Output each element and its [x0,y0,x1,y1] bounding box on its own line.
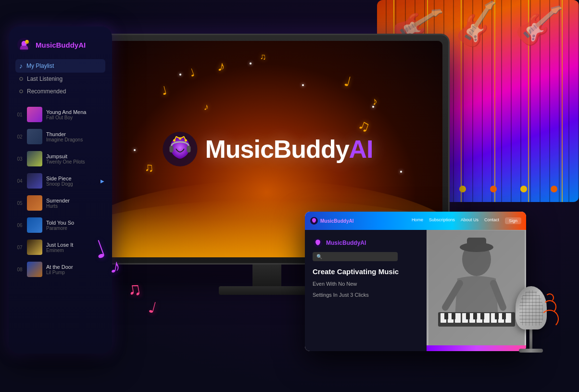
sparkle-2 [302,84,304,86]
list-item[interactable]: 02 Thunder Imagine Dragons [13,126,107,148]
nav-item-playlist[interactable]: ♪ My Playlist [15,59,105,73]
song-title: Thunder [46,131,104,137]
svg-rect-19 [455,313,461,323]
nav-item-last-listening[interactable]: Last Listening [15,73,105,85]
browser-window: MusicBuddyAI Home Subscriptions About Us… [305,212,526,351]
song-artist: Hurts [46,203,104,209]
song-number: 01 [16,112,23,117]
browser-toolbar: MusicBuddyAI Home Subscriptions About Us… [305,212,526,230]
song-info: Jumpsuit Twenty One Pilots [46,153,104,164]
play-icon: ▶ [101,178,104,184]
song-thumbnail [27,107,42,122]
sparkle-1 [179,74,181,76]
browser-logo: MusicBuddyAI [310,216,353,225]
nav-item-recommended[interactable]: Recommended [15,85,105,98]
mic-body [516,286,547,329]
song-thumbnail [27,195,42,211]
svg-rect-29 [466,313,470,319]
song-info: Told You So Paramore [46,220,104,231]
monitor-logo-text: MusicBuddyAI [205,135,373,164]
song-artist: Snoop Dogg [46,181,97,187]
list-item[interactable]: 03 Jumpsuit Twenty One Pilots [13,148,107,170]
monitor-logo-icon [161,130,199,168]
browser-headline: Create Captivating Music [313,267,419,277]
song-artist: Twenty One Pilots [46,159,104,164]
song-info: Thunder Imagine Dragons [46,131,104,142]
svg-rect-32 [495,313,499,319]
svg-rect-31 [480,313,484,319]
browser-logo-text: MusicBuddyAI [320,218,353,224]
svg-rect-23 [484,313,490,323]
song-title: Jumpsuit [46,153,104,159]
song-number: 08 [16,267,23,272]
song-title: Side Piece [46,176,97,181]
song-number: 05 [16,201,23,206]
svg-point-6 [179,138,181,140]
song-thumbnail [27,129,42,144]
browser-sub2: Settings In Just 3 Clicks [313,291,419,299]
browser-mini-logo: MusicBuddyAI [313,238,419,248]
monitor-stand-neck [252,265,281,286]
song-info: Side Piece Snoop Dogg [46,176,97,187]
song-thumbnail [27,151,42,166]
search-icon: 🔍 [316,254,322,259]
svg-rect-8 [169,146,173,152]
browser-nav-home[interactable]: Home [412,217,423,224]
browser-search-bar[interactable]: 🔍 [313,252,398,261]
song-thumbnail [27,240,42,255]
song-thumbnail [27,173,42,189]
sidebar-logo-text: MusicBuddyAI [36,41,86,49]
browser-nav-about[interactable]: About Us [461,217,478,224]
microphone [504,286,557,368]
song-thumbnail [27,262,42,277]
browser-mini-logo-text: MusicBuddyAI [326,240,366,246]
list-item[interactable]: 04 Side Piece Snoop Dogg ▶ [13,170,107,192]
song-number: 04 [16,178,23,184]
svg-rect-30 [473,313,477,319]
mic-base [519,349,543,353]
browser-mini-logo-icon [313,238,323,248]
browser-logo-icon [310,216,318,225]
song-info: At the Door Lil Pump [46,264,104,275]
screen-note-3: ♫ [260,51,267,62]
song-thumbnail [27,217,42,233]
circle-icon [19,77,23,81]
song-number: 02 [16,134,23,139]
browser-sign-button[interactable]: Sign [505,217,521,224]
browser-nav-subscriptions[interactable]: Subscriptions [429,217,455,224]
svg-point-7 [185,139,187,142]
list-item[interactable]: 05 Surrender Hurts [13,192,107,214]
mic-stand [529,329,532,349]
song-artist: Paramore [46,226,104,231]
list-item[interactable]: 08 At the Door Lil Pump [13,258,107,280]
sidebar-logo-icon [16,37,32,52]
wave-arc-3 [541,310,559,328]
svg-point-2 [20,77,23,80]
song-number: 06 [16,223,23,228]
song-title: Young And Mena [46,109,104,115]
browser-nav-contact[interactable]: Contact [484,217,499,224]
sparkle-4 [250,63,252,64]
svg-point-3 [20,90,23,93]
song-title: Surrender [46,198,104,203]
song-artist: Imagine Dragons [46,137,104,142]
song-info: Surrender Hurts [46,198,104,209]
song-title: Told You So [46,220,104,226]
mic-sound-waves [545,293,559,328]
song-artist: Fall Out Boy [46,115,104,120]
song-number: 07 [16,245,23,250]
circle-icon-2 [19,89,23,93]
list-item[interactable]: 06 Told You So Paramore [13,214,107,236]
song-number: 03 [16,156,23,162]
music-note-icon: ♪ [19,62,23,70]
mic-grid [519,290,543,326]
screen-note-9: ♫ [143,160,154,176]
sidebar-nav: ♪ My Playlist Last Listening Recommended [9,59,112,98]
browser-nav-links: Home Subscriptions About Us Contact Sign [412,217,521,224]
svg-rect-28 [452,313,455,319]
mic-assembly [504,286,557,329]
browser-sub1: Even With No New [313,280,419,288]
browser-content: MusicBuddyAI 🔍 Create Captivating Music … [305,230,526,351]
svg-point-5 [173,139,176,142]
list-item[interactable]: 01 Young And Mena Fall Out Boy [13,103,107,126]
